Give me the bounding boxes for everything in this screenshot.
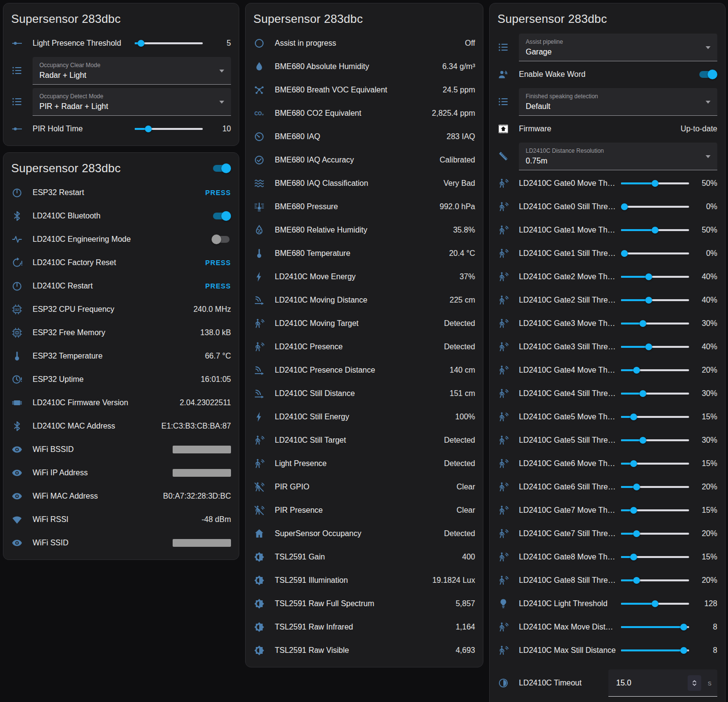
entity-row[interactable]: LD2410C Gate6 Move Threshold 15% [497, 452, 717, 475]
slider[interactable] [621, 644, 689, 657]
entity-row[interactable]: SuperSensor OccupancyDetected [253, 522, 475, 545]
slider[interactable] [621, 597, 689, 611]
entity-row[interactable]: Enable Wake Word [497, 63, 717, 86]
entity-row[interactable]: TSL2591 Raw Full Spectrum5,857 [253, 592, 475, 615]
entity-row[interactable]: LD2410C Gate0 Still Threshold 0% [497, 195, 717, 218]
slider-knob[interactable] [652, 227, 658, 234]
entity-row[interactable]: LD2410C Gate3 Move Threshold 30% [497, 312, 717, 335]
entity-row[interactable]: LD2410C Gate5 Still Threshold 30% [497, 429, 717, 452]
slider-knob[interactable] [145, 126, 152, 132]
entity-row[interactable]: LD2410C Still Energy100% [253, 405, 475, 429]
slider[interactable] [621, 177, 689, 190]
entity-row[interactable]: LD2410C Gate4 Move Threshold 20% [497, 359, 717, 382]
slider-knob[interactable] [633, 367, 640, 374]
entity-row[interactable]: BME680 Absolute Humidity6.34 g/m³ [253, 55, 475, 78]
entity-row[interactable]: LD2410C Gate2 Still Threshold 40% [497, 288, 717, 312]
entity-row[interactable]: BME680 Breath VOC Equivalent24.5 ppm [253, 78, 475, 102]
entity-row[interactable]: ESP32 RestartPRESS [11, 181, 231, 204]
slider-knob[interactable] [680, 624, 687, 630]
entity-row[interactable]: LD2410C Gate8 Still Threshold 20% [497, 569, 717, 592]
entity-row[interactable]: Light Presence Threshold 5 [11, 32, 231, 55]
entity-row[interactable]: LD2410C Gate1 Still Threshold 0% [497, 242, 717, 265]
slider-knob[interactable] [138, 40, 144, 47]
slider-knob[interactable] [639, 437, 646, 444]
entity-row[interactable]: BME680 Relative Humidity35.8% [253, 218, 475, 242]
slider-knob[interactable] [645, 273, 652, 280]
slider[interactable] [621, 527, 689, 540]
entity-row[interactable]: Assist in progressOff [253, 32, 475, 55]
entity-row[interactable]: Occupancy Detect Mode PIR + Radar + Ligh… [11, 86, 231, 117]
entity-row[interactable]: BME680 IAQ AccuracyCalibrated [253, 148, 475, 172]
entity-row[interactable]: LD2410C Gate7 Move Threshold 15% [497, 499, 717, 522]
entity-row[interactable]: BME680 Pressure992.0 hPa [253, 195, 475, 218]
toggle-switch[interactable] [212, 211, 231, 221]
slider-knob[interactable] [630, 414, 637, 420]
select-field[interactable]: Assist pipeline Garage [519, 34, 717, 61]
slider-knob[interactable] [621, 203, 628, 210]
entity-row[interactable]: Occupancy Clear Mode Radar + Light [11, 55, 231, 86]
entity-row[interactable]: LD2410C Gate1 Move Threshold 50% [497, 218, 717, 242]
press-button[interactable]: PRESS [205, 259, 231, 267]
slider-knob[interactable] [680, 647, 687, 654]
entity-row[interactable]: LD2410C Max Move Distance 8 [497, 615, 717, 639]
slider-knob[interactable] [645, 297, 652, 304]
entity-row[interactable]: LD2410C Distance Resolution 0.75m [497, 141, 717, 172]
toggle-switch[interactable] [698, 70, 717, 79]
entity-row[interactable]: LD2410C Gate0 Move Threshold 50% [497, 172, 717, 195]
slider-knob[interactable] [645, 343, 652, 350]
number-field[interactable]: 15.0 s [608, 669, 717, 697]
slider[interactable] [621, 200, 689, 214]
press-button[interactable]: PRESS [205, 189, 231, 197]
entity-row[interactable]: WiFi IP Address [11, 461, 231, 485]
slider[interactable] [621, 317, 689, 330]
entity-row[interactable]: LD2410C Firmware Version2.04.23022511 [11, 391, 231, 414]
entity-row[interactable]: LD2410C Gate6 Still Threshold 20% [497, 475, 717, 499]
slider-knob[interactable] [639, 390, 646, 397]
entity-row[interactable]: LD2410C Still Distance151 cm [253, 382, 475, 405]
slider-knob[interactable] [633, 577, 640, 584]
slider[interactable] [621, 504, 689, 517]
slider-knob[interactable] [621, 250, 628, 257]
entity-row[interactable]: BME680 IAQ ClassificationVery Bad [253, 172, 475, 195]
entity-row[interactable]: Finished speaking detection Default [497, 86, 717, 117]
entity-row[interactable]: Assist pipeline Garage [497, 32, 717, 63]
entity-row[interactable]: LD2410C Gate8 Move Threshold 15% [497, 545, 717, 569]
toggle-switch[interactable] [212, 234, 231, 244]
slider[interactable] [621, 270, 689, 284]
select-field[interactable]: Occupancy Detect Mode PIR + Radar + Ligh… [33, 88, 231, 116]
entity-row[interactable]: LD2410C Gate2 Move Threshold 40% [497, 265, 717, 288]
slider-knob[interactable] [652, 180, 658, 187]
entity-row[interactable]: LD2410C Gate3 Still Threshold 40% [497, 335, 717, 359]
slider-knob[interactable] [630, 507, 637, 514]
entity-row[interactable]: LD2410C Moving TargetDetected [253, 312, 475, 335]
entity-row[interactable]: LD2410C Factory ResetPRESS [11, 251, 231, 274]
entity-row[interactable]: LD2410C Moving Distance225 cm [253, 288, 475, 312]
slider-knob[interactable] [633, 484, 640, 490]
entity-row[interactable]: LD2410C Gate5 Move Threshold 15% [497, 405, 717, 429]
entity-row[interactable]: LD2410C Presence Distance140 cm [253, 359, 475, 382]
slider[interactable] [621, 223, 689, 237]
slider[interactable] [621, 293, 689, 307]
entity-row[interactable]: WiFi RSSI-48 dBm [11, 508, 231, 531]
entity-row[interactable]: PIR Hold Time 10 [11, 117, 231, 141]
slider[interactable] [621, 550, 689, 564]
entity-row[interactable]: ESP32 Uptime16:01:05 [11, 368, 231, 391]
entity-row[interactable]: ESP32 CPU Frequency240.0 MHz [11, 298, 231, 321]
entity-row[interactable]: TSL2591 Gain400 [253, 545, 475, 569]
select-field[interactable]: Finished speaking detection Default [519, 88, 717, 116]
slider[interactable] [621, 363, 689, 377]
entity-row[interactable]: LD2410C Gate4 Still Threshold 30% [497, 382, 717, 405]
entity-row[interactable]: LD2410C Still TargetDetected [253, 429, 475, 452]
slider[interactable] [621, 387, 689, 400]
slider[interactable] [621, 574, 689, 587]
entity-row[interactable]: LD2410C RestartPRESS [11, 274, 231, 298]
slider[interactable] [621, 340, 689, 354]
slider[interactable] [621, 410, 689, 424]
press-button[interactable]: PRESS [205, 282, 231, 290]
entity-row[interactable]: TSL2591 Illumination19.1824 Lux [253, 569, 475, 592]
entity-row[interactable]: WiFi MAC AddressB0:A7:32:28:3D:BC [11, 485, 231, 508]
entity-row[interactable]: LD2410C Gate7 Still Threshold 20% [497, 522, 717, 545]
slider-knob[interactable] [630, 460, 637, 467]
entity-row[interactable]: LD2410C Max Still Distance 8 [497, 639, 717, 662]
slider[interactable] [621, 457, 689, 470]
